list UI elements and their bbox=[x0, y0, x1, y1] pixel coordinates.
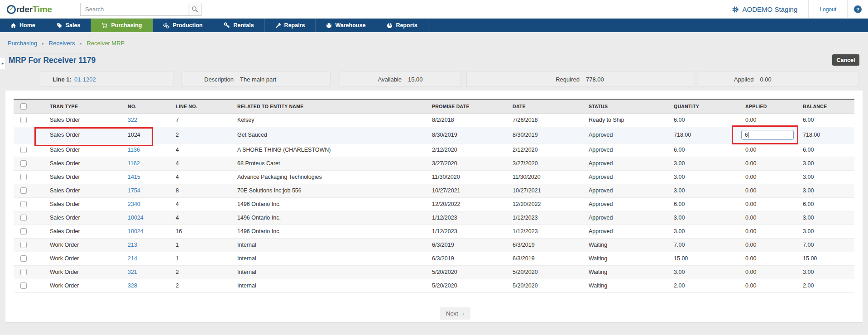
quantity-value: 3.00 bbox=[674, 228, 685, 234]
promise-date-value: 1/12/2023 bbox=[432, 228, 457, 234]
breadcrumb-purchasing[interactable]: Purchasing bbox=[8, 40, 37, 47]
tran-type-value: Sales Order bbox=[50, 117, 80, 123]
cell-applied: 0.00 bbox=[738, 225, 796, 238]
balance-value: 15.00 bbox=[803, 255, 817, 262]
line-item-link[interactable]: 01-1202 bbox=[74, 76, 96, 83]
row-checkbox[interactable] bbox=[20, 187, 27, 194]
cell-checkbox bbox=[14, 143, 43, 157]
cell-line-no: 4 bbox=[168, 157, 230, 170]
breadcrumb: Purchasing ▸ Receivers ▸ Receiver MRP bbox=[8, 40, 125, 47]
order-number-link[interactable]: 10024 bbox=[128, 215, 144, 221]
row-checkbox[interactable] bbox=[20, 228, 27, 234]
col-header-no: NO. bbox=[120, 99, 168, 113]
breadcrumb-receivers[interactable]: Receivers bbox=[49, 40, 75, 47]
applied-quantity-input[interactable] bbox=[741, 130, 794, 140]
cell-entity: Internal bbox=[230, 279, 425, 292]
row-checkbox[interactable] bbox=[20, 215, 27, 221]
nav-item-purchasing[interactable]: Purchasing bbox=[91, 19, 153, 32]
cell-no: 213 bbox=[120, 238, 168, 252]
balance-value: 3.00 bbox=[803, 160, 814, 167]
nav-item-reports[interactable]: Reports bbox=[376, 19, 428, 32]
logout-link[interactable]: Logout bbox=[808, 0, 848, 19]
order-number-link[interactable]: 2340 bbox=[128, 201, 140, 207]
date-value: 5/20/2020 bbox=[513, 282, 538, 289]
status-value: Approved bbox=[589, 228, 613, 234]
row-checkbox[interactable] bbox=[20, 117, 27, 123]
row-checkbox[interactable] bbox=[20, 160, 27, 167]
cancel-button[interactable]: Cancel bbox=[832, 54, 859, 66]
cell-quantity: 3.00 bbox=[667, 225, 738, 238]
balance-value: 2.00 bbox=[803, 282, 814, 289]
order-number-link[interactable]: 1136 bbox=[128, 147, 140, 153]
cell-entity: A SHORE THING (CHARLESTOWN) bbox=[230, 143, 425, 157]
search-input[interactable] bbox=[80, 3, 188, 16]
nav-item-repairs[interactable]: Repairs bbox=[265, 19, 316, 32]
date-value: 8/30/2019 bbox=[513, 132, 538, 138]
order-number-link[interactable]: 10024 bbox=[128, 228, 144, 234]
cell-checkbox bbox=[14, 170, 43, 184]
cell-checkbox bbox=[14, 157, 43, 170]
row-checkbox[interactable] bbox=[20, 201, 27, 207]
select-all-checkbox[interactable] bbox=[20, 103, 27, 110]
cell-quantity: 6.00 bbox=[667, 197, 738, 211]
nav-item-home[interactable]: Home bbox=[0, 19, 46, 32]
cell-tran-type: Sales Order bbox=[43, 225, 120, 238]
cell-applied: 0.00 bbox=[738, 211, 796, 225]
search-button[interactable] bbox=[188, 3, 201, 16]
cell-no: 1754 bbox=[120, 184, 168, 197]
breadcrumb-divider bbox=[8, 53, 98, 53]
help-button[interactable]: ? bbox=[848, 0, 868, 19]
text-cursor bbox=[748, 132, 748, 138]
balance-value: 3.00 bbox=[803, 187, 814, 194]
line-no-value: 4 bbox=[176, 215, 179, 221]
panel-collapse-toggle[interactable]: ▸ bbox=[0, 57, 6, 69]
nav-item-warehouse[interactable]: Warehouse bbox=[316, 19, 376, 32]
order-number-link[interactable]: 322 bbox=[128, 117, 137, 123]
line-no-value: 8 bbox=[176, 187, 179, 194]
row-checkbox[interactable] bbox=[20, 255, 27, 262]
cell-date: 6/3/2019 bbox=[505, 238, 581, 252]
cell-line-no: 2 bbox=[168, 265, 230, 279]
order-number-link[interactable]: 1162 bbox=[128, 160, 140, 167]
promise-date-value: 1/12/2023 bbox=[432, 215, 457, 221]
col-header-applied: APPLIED bbox=[738, 99, 796, 113]
cell-status: Approved bbox=[581, 170, 667, 184]
cell-entity: 70E Solutions Inc:job 556 bbox=[230, 184, 425, 197]
order-number-link[interactable]: 213 bbox=[128, 242, 137, 248]
cell-applied: 0.00 bbox=[738, 170, 796, 184]
order-number-link[interactable]: 1415 bbox=[128, 174, 140, 180]
cell-status: Approved bbox=[581, 197, 667, 211]
row-checkbox[interactable] bbox=[20, 269, 27, 275]
cell-status: Approved bbox=[581, 157, 667, 170]
row-checkbox[interactable] bbox=[20, 282, 27, 289]
nav-item-sales[interactable]: Sales bbox=[46, 19, 91, 32]
applied-value: 0.00 bbox=[745, 187, 756, 194]
nav-item-production[interactable]: Production bbox=[153, 19, 213, 32]
cell-status: Approved bbox=[581, 127, 667, 143]
row-checkbox[interactable] bbox=[20, 242, 27, 248]
cell-applied: 0.00 bbox=[738, 143, 796, 157]
cell-balance: 2.00 bbox=[796, 279, 854, 292]
cell-entity: 1496 Ontario Inc. bbox=[230, 197, 425, 211]
row-checkbox[interactable] bbox=[20, 174, 27, 180]
col-header-balance: BALANCE bbox=[796, 99, 854, 113]
order-number-link[interactable]: 328 bbox=[128, 282, 137, 289]
cell-quantity: 7.00 bbox=[667, 238, 738, 252]
line-no-value: 4 bbox=[176, 174, 179, 180]
row-checkbox[interactable] bbox=[20, 147, 27, 153]
available-label: Available bbox=[378, 76, 402, 83]
order-number-link[interactable]: 321 bbox=[128, 269, 137, 275]
cell-line-no: 4 bbox=[168, 170, 230, 184]
nav-item-rentals[interactable]: Rentals bbox=[213, 19, 264, 32]
logo-text-time: Time bbox=[33, 5, 52, 14]
ordertime-logo[interactable]: ✓ rder Time bbox=[7, 0, 52, 19]
account-settings-link[interactable]: AODEMO Staging bbox=[721, 0, 809, 19]
cell-date: 1/12/2023 bbox=[505, 211, 581, 225]
global-search bbox=[80, 3, 201, 16]
order-number-link[interactable]: 214 bbox=[128, 255, 137, 262]
cell-balance: 718.00 bbox=[796, 127, 854, 143]
key-icon bbox=[224, 22, 230, 29]
order-number-link[interactable]: 1754 bbox=[128, 187, 140, 194]
cell-date: 2/12/2020 bbox=[505, 143, 581, 157]
next-page-button[interactable]: Next › bbox=[440, 307, 470, 320]
